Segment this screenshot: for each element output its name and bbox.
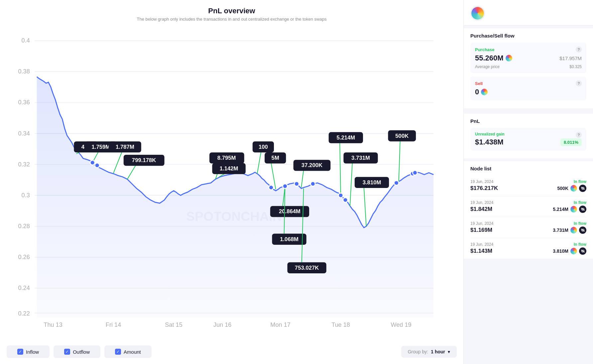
sell-amount: 0	[475, 88, 488, 96]
pnl-section: PnL Unrealized gain ? $1.438M 8.011%	[464, 114, 593, 158]
node-token-icon-3	[570, 248, 577, 254]
sell-card: Sell ? 0	[470, 76, 586, 100]
svg-text:SPOTONCHAIN: SPOTONCHAIN	[186, 209, 282, 224]
svg-text:0.34: 0.34	[18, 130, 30, 137]
legend-bar: ✓ Inflow ✓ Outflow ✓ Amount Group by: 1 …	[7, 341, 457, 364]
svg-line-67	[350, 163, 352, 206]
pnl-percent-badge: 8.011%	[560, 138, 582, 146]
svg-text:Wed 19: Wed 19	[391, 321, 411, 328]
outflow-checkbox[interactable]: ✓	[64, 349, 70, 355]
svg-text:0.38: 0.38	[18, 68, 30, 75]
node-item-1: 19 Jun, 2024 In flow $1.842M 5.214M	[470, 196, 586, 217]
node-eye-icon-1[interactable]	[579, 206, 586, 213]
pnl-title: PnL	[470, 118, 586, 124]
svg-line-52	[301, 170, 303, 188]
node-item-3: 19 Jun, 2024 In flow $1.143M 3.810M	[470, 238, 586, 259]
svg-text:1.787M: 1.787M	[116, 144, 134, 150]
svg-text:0.28: 0.28	[18, 223, 30, 229]
svg-text:Thu 13: Thu 13	[44, 321, 62, 328]
node-flow-type-1: In flow	[574, 200, 586, 205]
chart-subtitle: The below graph only includes the transa…	[7, 17, 457, 22]
svg-point-76	[90, 160, 95, 165]
node-token-2: 3.731M	[553, 227, 577, 233]
sell-help-icon[interactable]: ?	[576, 80, 582, 86]
svg-point-82	[338, 193, 343, 198]
node-token-1: 5.214M	[553, 206, 577, 213]
svg-line-73	[399, 141, 400, 182]
svg-text:0.22: 0.22	[18, 310, 30, 317]
node-flow-type-3: In flow	[574, 242, 586, 247]
svg-point-79	[283, 184, 288, 189]
legend-outflow[interactable]: ✓ Outflow	[54, 345, 100, 358]
svg-line-46	[257, 152, 261, 174]
node-date-2: 19 Jun, 2024 In flow	[470, 221, 586, 226]
node-token-3: 3.810M	[553, 248, 577, 254]
purchase-card: Purchase ? 55.260M $17.957M Average pric…	[470, 43, 586, 73]
token-rainbow-icon	[471, 7, 484, 20]
svg-text:0.3: 0.3	[22, 192, 30, 199]
inflow-checkbox[interactable]: ✓	[17, 349, 23, 355]
node-list-section: Node list 19 Jun, 2024 In flow $176.217K…	[464, 161, 593, 259]
node-flow-type-2: In flow	[574, 221, 586, 226]
node-date-1: 19 Jun, 2024 In flow	[470, 200, 586, 205]
amount-checkbox[interactable]: ✓	[115, 349, 121, 355]
sell-token-icon	[481, 89, 488, 95]
unrealized-label: Unrealized gain	[475, 132, 505, 136]
svg-text:37.200K: 37.200K	[301, 162, 322, 169]
node-row-1: $1.842M 5.214M	[470, 206, 586, 213]
svg-text:Tue 18: Tue 18	[331, 321, 350, 328]
node-usd-0: $176.217K	[470, 185, 498, 192]
node-row-3: $1.143M 3.810M	[470, 247, 586, 255]
avg-price-value: $0.325	[569, 64, 582, 69]
node-token-icon-2	[570, 227, 577, 233]
svg-text:5M: 5M	[272, 155, 279, 161]
unrealized-help-icon[interactable]: ?	[576, 132, 582, 138]
svg-text:500K: 500K	[395, 133, 409, 139]
legend-inflow[interactable]: ✓ Inflow	[7, 345, 50, 358]
purchase-token-icon	[506, 55, 512, 61]
svg-text:1.068M: 1.068M	[280, 236, 298, 242]
legend-amount[interactable]: ✓ Amount	[104, 345, 152, 358]
node-eye-icon-2[interactable]	[579, 227, 586, 234]
svg-text:799.178K: 799.178K	[132, 157, 156, 163]
group-by-value: 1 hour	[431, 349, 445, 354]
svg-text:0.32: 0.32	[18, 161, 30, 168]
purchase-usd: $17.957M	[559, 55, 582, 61]
svg-point-78	[269, 185, 274, 190]
chart-wrapper: 0.4 0.38 0.36 0.34 0.32 0.3 0.28 0.26 0.…	[7, 27, 457, 341]
svg-line-70	[364, 188, 366, 227]
purchase-sell-title: Purchase/Sell flow	[470, 33, 586, 39]
sell-label: Sell	[475, 81, 483, 86]
right-panel: Purchase/Sell flow Purchase ? 55.260M $1…	[463, 0, 593, 364]
svg-line-34	[113, 152, 122, 173]
svg-point-81	[310, 182, 315, 186]
node-token-0: 500K	[557, 185, 577, 192]
node-eye-icon-0[interactable]	[579, 185, 586, 192]
svg-text:753.027K: 753.027K	[295, 265, 319, 271]
node-date-3: 19 Jun, 2024 In flow	[470, 242, 586, 247]
chart-svg: 0.4 0.38 0.36 0.34 0.32 0.3 0.28 0.26 0.…	[7, 27, 457, 341]
svg-point-80	[294, 182, 299, 186]
svg-text:5.214M: 5.214M	[336, 135, 355, 141]
group-by-prefix: Group by:	[408, 349, 428, 354]
node-usd-2: $1.169M	[470, 227, 492, 233]
inflow-label: Inflow	[26, 349, 39, 355]
purchase-amount: 55.260M	[475, 54, 512, 62]
token-logo	[470, 6, 485, 21]
amount-label: Amount	[124, 349, 141, 355]
svg-text:1.759M: 1.759M	[91, 144, 110, 150]
page-title: PnL overview	[7, 7, 457, 15]
node-list-title: Node list	[470, 166, 586, 171]
node-eye-icon-3[interactable]	[579, 247, 586, 255]
svg-text:100: 100	[259, 144, 268, 150]
group-by-button[interactable]: Group by: 1 hour ▾	[401, 346, 457, 358]
svg-point-86	[413, 170, 417, 175]
node-item-0: 19 Jun, 2024 In flow $176.217K 500K	[470, 175, 586, 196]
svg-point-84	[394, 181, 399, 185]
pnl-amount: $1.438M	[475, 138, 504, 146]
purchase-help-icon[interactable]: ?	[576, 46, 582, 52]
svg-point-77	[95, 163, 99, 168]
node-token-icon-1	[570, 206, 577, 213]
svg-text:1.142M: 1.142M	[220, 165, 238, 172]
chart-header: PnL overview The below graph only includ…	[7, 7, 457, 22]
